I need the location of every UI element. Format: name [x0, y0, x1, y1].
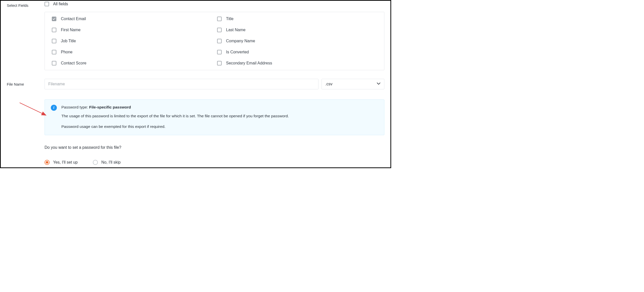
- field-job-title-label: Job Title: [61, 39, 76, 43]
- field-contact-score: Contact Score: [52, 61, 212, 65]
- field-phone-label: Phone: [61, 50, 72, 54]
- radio-yes[interactable]: Yes, I'll set up: [45, 160, 78, 165]
- field-company-name-label: Company Name: [226, 39, 255, 43]
- filename-input[interactable]: [45, 79, 318, 89]
- file-name-row: File Name .csv: [7, 79, 384, 89]
- field-title-checkbox[interactable]: [217, 17, 222, 21]
- extension-value: .csv: [325, 82, 332, 86]
- field-is-converted-checkbox[interactable]: [217, 50, 222, 54]
- field-first-name: First Name: [52, 28, 212, 32]
- radio-yes-indicator: [45, 160, 50, 165]
- info-title: Password type: File-specific password: [61, 104, 378, 110]
- field-job-title: Job Title: [52, 39, 212, 43]
- info-row: i Password type: File-specific password …: [7, 99, 384, 135]
- all-fields-label: All fields: [53, 2, 68, 6]
- field-contact-score-checkbox[interactable]: [52, 61, 56, 65]
- info-icon: i: [51, 105, 57, 111]
- field-job-title-checkbox[interactable]: [52, 39, 56, 43]
- field-contact-score-label: Contact Score: [61, 61, 86, 65]
- field-company-name-checkbox[interactable]: [217, 39, 222, 43]
- fields-box: Contact Email Title First Name: [45, 12, 384, 70]
- field-title: Title: [217, 17, 377, 21]
- field-contact-email-checkbox[interactable]: [52, 17, 56, 21]
- extension-select[interactable]: .csv: [321, 79, 384, 89]
- info-title-strong: File-specific password: [89, 105, 131, 109]
- info-line2: Password usage can be exempted for this …: [61, 124, 378, 129]
- field-title-label: Title: [226, 17, 234, 21]
- info-title-prefix: Password type:: [61, 105, 89, 109]
- radio-yes-label: Yes, I'll set up: [53, 160, 78, 165]
- password-radio-group: Yes, I'll set up No, I'll skip: [7, 160, 384, 165]
- radio-no[interactable]: No, I'll skip: [93, 160, 121, 165]
- chevron-down-icon: [377, 82, 381, 87]
- password-info-box: i Password type: File-specific password …: [45, 99, 384, 135]
- field-secondary-email-checkbox[interactable]: [217, 61, 222, 65]
- select-fields-row: Select Fields All fields Contact Email: [7, 2, 384, 70]
- field-last-name-label: Last Name: [226, 28, 246, 32]
- field-company-name: Company Name: [217, 39, 377, 43]
- field-is-converted: Is Converted: [217, 50, 377, 54]
- field-last-name-checkbox[interactable]: [217, 28, 222, 32]
- field-first-name-label: First Name: [61, 28, 80, 32]
- radio-no-indicator: [93, 160, 98, 165]
- file-name-label: File Name: [7, 82, 45, 86]
- radio-no-label: No, I'll skip: [101, 160, 121, 165]
- password-question: Do you want to set a password for this f…: [7, 145, 384, 150]
- field-contact-email: Contact Email: [52, 17, 212, 21]
- field-phone-checkbox[interactable]: [52, 50, 56, 54]
- field-secondary-email: Secondary Email Address: [217, 61, 377, 65]
- field-first-name-checkbox[interactable]: [52, 28, 56, 32]
- field-contact-email-label: Contact Email: [61, 17, 86, 21]
- export-form: Select Fields All fields Contact Email: [0, 0, 391, 168]
- field-secondary-email-label: Secondary Email Address: [226, 61, 272, 65]
- field-phone: Phone: [52, 50, 212, 54]
- select-fields-label: Select Fields: [7, 2, 45, 8]
- info-line1: The usage of this password is limited to…: [61, 113, 378, 119]
- field-last-name: Last Name: [217, 28, 377, 32]
- all-fields-checkbox[interactable]: [45, 2, 49, 6]
- field-is-converted-label: Is Converted: [226, 50, 249, 54]
